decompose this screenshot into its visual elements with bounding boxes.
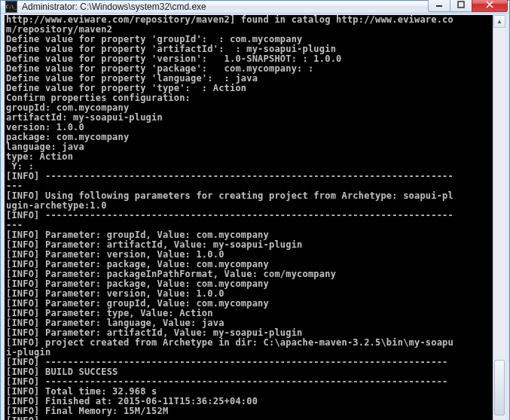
close-button[interactable] xyxy=(472,0,508,12)
maximize-icon xyxy=(457,1,465,8)
svg-rect-1 xyxy=(458,2,464,8)
minimize-icon xyxy=(435,1,443,8)
titlebar[interactable]: Administrator: C:\Windows\system32\cmd.e… xyxy=(1,1,509,14)
vertical-scrollbar[interactable]: ▲ ▼ xyxy=(493,15,505,420)
close-icon xyxy=(485,1,494,8)
cmd-window: Administrator: C:\Windows\system32\cmd.e… xyxy=(0,0,510,420)
scroll-track[interactable] xyxy=(493,28,505,420)
window-title: Administrator: C:\Windows\system32\cmd.e… xyxy=(22,2,429,12)
minimize-button[interactable] xyxy=(428,0,450,12)
terminal-output[interactable]: http://www.eviware.com/repository/maven2… xyxy=(5,15,493,420)
cmd-icon xyxy=(5,1,17,13)
maximize-button[interactable] xyxy=(450,0,472,12)
scroll-thumb[interactable] xyxy=(494,360,505,415)
window-controls xyxy=(429,0,508,12)
scroll-up-button[interactable]: ▲ xyxy=(493,15,505,28)
svg-rect-0 xyxy=(436,5,442,7)
client-area: http://www.eviware.com/repository/maven2… xyxy=(1,14,509,420)
